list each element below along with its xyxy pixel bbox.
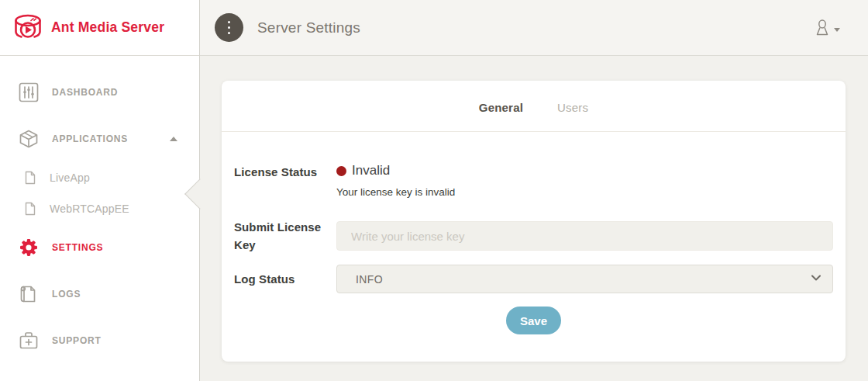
- sidebar-item-label: LiveApp: [50, 171, 90, 184]
- kebab-dot: [228, 26, 231, 29]
- sidebar-item-label: WebRTCAppEE: [50, 203, 129, 215]
- gear-icon: [19, 237, 39, 258]
- save-button[interactable]: Save: [506, 307, 561, 334]
- sidebar-nav: DASHBOARD APPLICATIONS LiveApp WebRTC: [0, 56, 199, 364]
- sidebar-item-applications[interactable]: APPLICATIONS: [0, 116, 199, 162]
- tab-users[interactable]: Users: [557, 101, 588, 114]
- license-status-detail: Your license key is invalid: [336, 186, 833, 198]
- license-key-label: Submit License Key: [234, 218, 336, 254]
- license-key-row: Submit License Key: [234, 218, 833, 254]
- save-row: Save: [234, 307, 833, 334]
- user-menu-button[interactable]: [814, 19, 840, 37]
- log-status-row: Log Status INFO: [234, 265, 833, 293]
- sidebar-item-settings[interactable]: SETTINGS: [0, 224, 199, 271]
- license-status-row: License Status Invalid Your license key …: [234, 163, 833, 198]
- brand-name: Ant Media Server: [51, 19, 164, 36]
- sidebar-item-label: APPLICATIONS: [52, 133, 128, 144]
- file-icon: [23, 202, 37, 216]
- kebab-dot: [228, 32, 231, 35]
- log-status-label: Log Status: [234, 270, 336, 289]
- sidebar: Ant Media Server DASHBOARD APPLICATIONS: [0, 0, 200, 381]
- sidebar-item-label: DASHBOARD: [52, 87, 118, 98]
- sidebar-item-label: SETTINGS: [52, 242, 103, 253]
- sidebar-item-logs[interactable]: LOGS: [0, 271, 199, 317]
- brand-logo-link[interactable]: Ant Media Server: [0, 0, 199, 56]
- collapse-caret-icon[interactable]: [170, 137, 177, 141]
- ant-media-logo-icon: [11, 12, 45, 43]
- sidebar-item-label: SUPPORT: [52, 335, 102, 346]
- applications-icon: [19, 129, 39, 149]
- main-area: Server Settings General Users License St…: [200, 0, 868, 381]
- license-status-value-line: Invalid: [336, 163, 833, 178]
- page-title: Server Settings: [257, 19, 360, 36]
- log-status-select[interactable]: INFO: [336, 265, 833, 293]
- tab-general[interactable]: General: [479, 101, 523, 114]
- logs-icon: [19, 284, 39, 304]
- sidebar-item-webrtcappee[interactable]: WebRTCAppEE: [0, 193, 199, 224]
- server-settings-card: General Users License Status Invalid You…: [222, 81, 846, 362]
- user-icon: [814, 19, 831, 37]
- chevron-down-icon: [834, 28, 840, 32]
- license-status-label: License Status: [234, 163, 336, 198]
- general-settings-form: License Status Invalid Your license key …: [222, 132, 846, 355]
- dashboard-icon: [19, 82, 39, 102]
- tab-bar: General Users: [222, 81, 846, 132]
- sidebar-item-label: LOGS: [52, 289, 81, 300]
- sidebar-item-support[interactable]: SUPPORT: [0, 317, 199, 364]
- kebab-menu-button[interactable]: [215, 13, 243, 42]
- top-bar: Server Settings: [200, 0, 868, 56]
- support-icon: [19, 331, 39, 351]
- kebab-dot: [228, 21, 231, 24]
- content-area: General Users License Status Invalid You…: [200, 56, 868, 362]
- sidebar-item-liveapp[interactable]: LiveApp: [0, 162, 199, 193]
- status-dot-icon: [336, 166, 346, 176]
- license-status-value: Invalid: [352, 163, 390, 178]
- sidebar-item-dashboard[interactable]: DASHBOARD: [0, 69, 199, 116]
- file-icon: [23, 171, 37, 185]
- license-key-input[interactable]: [336, 221, 833, 251]
